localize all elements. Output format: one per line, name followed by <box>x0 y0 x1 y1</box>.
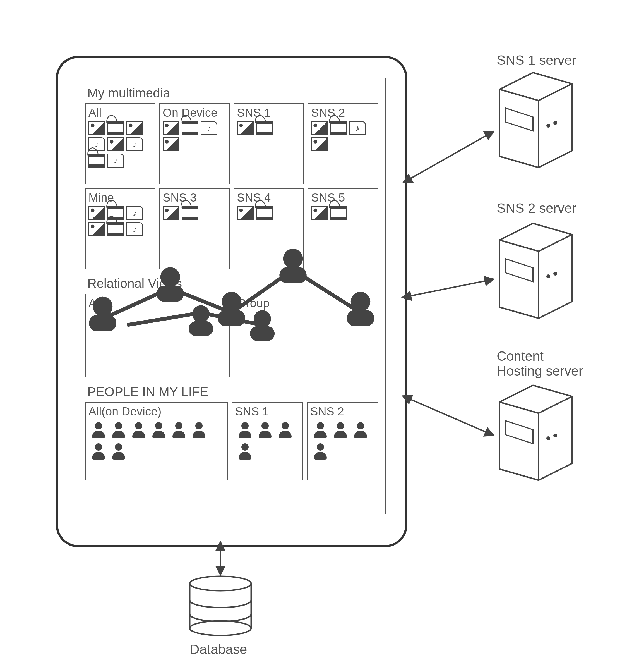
connector-arrow <box>410 399 494 436</box>
server-icon <box>499 223 572 318</box>
svg-point-31 <box>190 576 251 591</box>
server-icon <box>499 385 572 480</box>
svg-point-32 <box>190 621 251 635</box>
diagram-overlay <box>0 0 622 672</box>
connector-arrow <box>410 279 494 296</box>
connector-arrow <box>410 131 494 179</box>
server-icon <box>499 73 572 168</box>
database-icon <box>190 576 251 635</box>
